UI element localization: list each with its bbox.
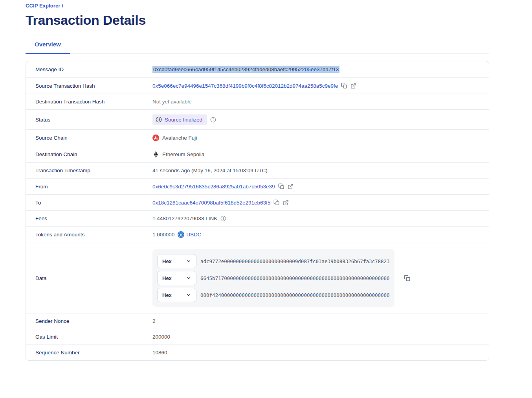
table-row-timestamp: Transaction Timestamp 41 seconds ago (Ma… — [26, 163, 489, 179]
source-chain-value: Avalanche Fuji — [162, 135, 197, 141]
row-label: Sender Nonce — [35, 318, 152, 324]
data-hex-line: 6645b71700000000000000000000000000000000… — [200, 275, 390, 281]
external-link-icon[interactable] — [283, 200, 289, 206]
copy-icon[interactable] — [404, 275, 411, 282]
message-id-value: 0xcb0fad9eec6664ad959f145cc4eb023924fade… — [152, 66, 339, 73]
row-label: Gas Limit — [35, 334, 152, 340]
data-format-label: Hex — [162, 275, 172, 281]
row-label: Data — [35, 275, 152, 281]
table-row-to: To 0x18c1281caac64c70098baf5f618d52e291e… — [26, 195, 489, 211]
data-hex-line: 000f424000000000000000000000000000000000… — [200, 292, 390, 298]
copy-icon[interactable] — [273, 199, 280, 206]
external-link-icon[interactable] — [350, 83, 356, 89]
row-label: Sequence Number — [35, 350, 152, 356]
status-badge: Source finalized — [152, 114, 207, 125]
chevron-down-icon — [186, 292, 191, 298]
row-label: Status — [35, 117, 152, 123]
data-format-label: Hex — [162, 292, 172, 298]
chevron-down-icon — [186, 275, 191, 281]
data-line: Hex 6645b7170000000000000000000000000000… — [157, 271, 390, 285]
data-format-select[interactable]: Hex — [157, 271, 196, 285]
tab-overview[interactable]: Overview — [26, 41, 70, 53]
svg-text:$: $ — [180, 233, 182, 236]
table-row-sender-nonce: Sender Nonce 2 — [26, 313, 489, 329]
data-line: Hex 000f42400000000000000000000000000000… — [157, 288, 390, 302]
row-label: Tokens and Amounts — [35, 232, 152, 238]
fees-value: 1.4480127922079038 LINK — [152, 216, 217, 221]
to-address-link[interactable]: 0x18c1281caac64c70098baf5f618d52e291eb63… — [152, 200, 270, 206]
usdc-icon: $ — [178, 231, 184, 238]
dest-tx-hash-value: Not yet available — [152, 99, 192, 105]
info-icon[interactable] — [220, 216, 226, 221]
table-row-dest-chain: Destination Chain Ethereum Sepolia — [26, 146, 489, 163]
data-line: Hex adc9772e0000000000000000000000009d08… — [157, 254, 390, 268]
dest-chain-value: Ethereum Sepolia — [162, 151, 204, 157]
table-row-fees: Fees 1.4480127922079038 LINK — [26, 211, 489, 227]
copy-icon[interactable] — [341, 83, 347, 89]
source-tx-hash-link[interactable]: 0x5e066ec7e94496e1547c368df4199b9f0c4f8f… — [152, 83, 338, 89]
table-row-sequence-number: Sequence Number 10860 — [26, 345, 489, 360]
row-label: To — [35, 200, 152, 206]
table-row-source-chain: Source Chain Avalanche Fuji — [26, 130, 489, 146]
avalanche-icon — [152, 135, 159, 141]
pause-circle-icon — [156, 116, 162, 123]
chevron-down-icon — [186, 258, 191, 264]
transaction-details-page: CCIP Explorer / Transaction Details Over… — [0, 0, 515, 376]
data-format-select[interactable]: Hex — [157, 288, 196, 302]
table-row-gas-limit: Gas Limit 200000 — [26, 329, 489, 345]
sequence-number-value: 10860 — [152, 350, 167, 356]
table-row-from: From 0x6e0c9c3d279516835c286a8925a01ab7c… — [26, 179, 489, 195]
timestamp-value: 41 seconds ago (May 16, 2024 at 15:03:09… — [152, 168, 268, 173]
table-row-dest-tx-hash: Destination Transaction Hash Not yet ava… — [26, 94, 489, 110]
data-panel: Hex adc9772e0000000000000000000000009d08… — [152, 249, 394, 307]
breadcrumb-link-ccip-explorer[interactable]: CCIP Explorer — [26, 3, 60, 9]
external-link-icon[interactable] — [288, 184, 294, 190]
gas-limit-value: 200000 — [152, 334, 170, 340]
row-label: Fees — [35, 216, 152, 221]
row-label: Destination Transaction Hash — [35, 99, 152, 105]
ethereum-icon — [152, 151, 159, 158]
row-label: Message ID — [35, 66, 152, 72]
table-row-data: Data Hex adc9772e00000000000000000000000… — [26, 243, 489, 313]
token-amount: 1.000000 — [152, 232, 174, 238]
row-label: From — [35, 184, 152, 190]
row-label: Transaction Timestamp — [35, 168, 152, 173]
token-symbol-link[interactable]: USDC — [186, 232, 201, 238]
table-row-message-id: Message ID 0xcb0fad9eec6664ad959f145cc4e… — [26, 61, 489, 78]
data-format-label: Hex — [162, 258, 172, 264]
copy-icon[interactable] — [278, 183, 284, 190]
info-icon[interactable] — [210, 117, 216, 123]
from-address-link[interactable]: 0x6e0c9c3d279516835c286a8925a01ab7c5053e… — [152, 184, 275, 190]
table-row-source-tx-hash: Source Transaction Hash 0x5e066ec7e94496… — [26, 78, 489, 94]
row-label: Source Transaction Hash — [35, 83, 152, 89]
row-label: Destination Chain — [35, 151, 152, 157]
sender-nonce-value: 2 — [152, 318, 156, 324]
status-badge-label: Source finalized — [165, 117, 202, 123]
row-label: Source Chain — [35, 135, 152, 141]
breadcrumb-separator: / — [62, 3, 63, 9]
data-format-select[interactable]: Hex — [157, 254, 196, 268]
transaction-details-card: Message ID 0xcb0fad9eec6664ad959f145cc4e… — [26, 61, 489, 361]
breadcrumb: CCIP Explorer / — [26, 3, 489, 9]
table-row-tokens: Tokens and Amounts 1.000000 $ USDC — [26, 227, 489, 243]
table-row-status: Status Source finalized — [26, 110, 489, 130]
data-hex-line: adc9772e0000000000000000000000009d087fc0… — [200, 258, 390, 264]
tab-bar: Overview — [26, 41, 489, 54]
page-title: Transaction Details — [26, 13, 489, 28]
